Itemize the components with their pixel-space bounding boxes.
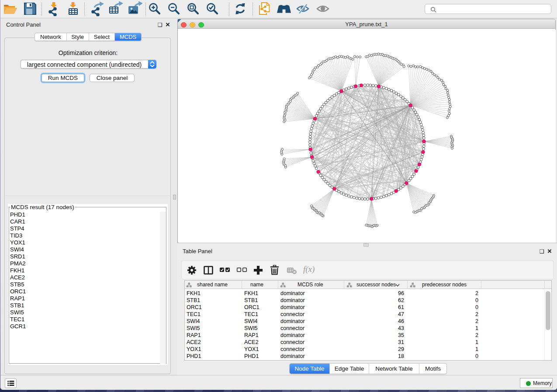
svg-text:f(x): f(x) bbox=[303, 265, 315, 274]
